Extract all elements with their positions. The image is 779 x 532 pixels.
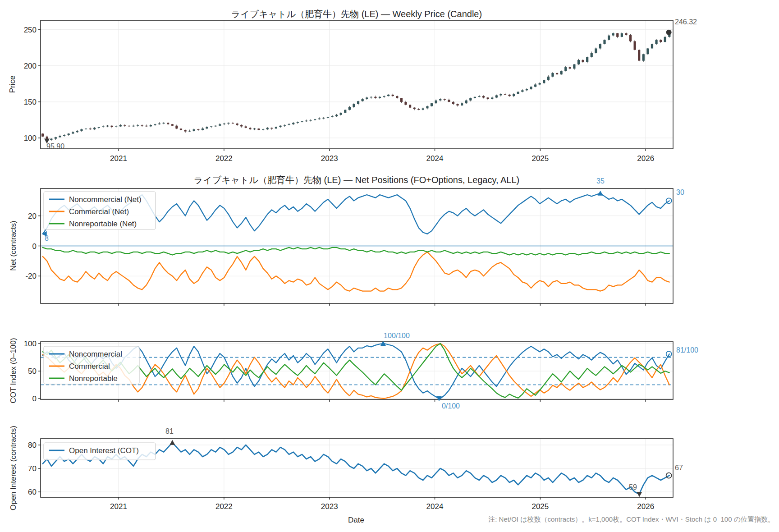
price-ytick-label: 200 <box>24 62 37 70</box>
net-ytick-label: -20 <box>25 272 37 280</box>
net-legend-label: Commercial (Net) <box>69 207 129 216</box>
net-panel-title: ライブキャトル（肥育牛）先物 (LE) — Net Positions (FO+… <box>194 174 520 186</box>
net-legend-label: Noncommercial (Net) <box>69 195 142 204</box>
price-frame <box>41 20 673 149</box>
price-xtick-label: 2026 <box>637 154 654 163</box>
x-axis-label-date: Date <box>348 516 364 525</box>
oi-ytick-label: 70 <box>28 464 37 473</box>
cot-ytick-label: 0 <box>32 394 37 403</box>
annotation-text-100/100: 100/100 <box>384 332 410 339</box>
cot-y-axis-label: COT Index (0–100) <box>9 338 18 403</box>
price-xtick-label: 2021 <box>110 154 127 163</box>
oi-xtick-label: 2025 <box>532 502 549 511</box>
price-xtick-label: 2023 <box>321 154 338 163</box>
annotation-text-59: 59 <box>629 483 637 491</box>
net-ytick-label: 20 <box>28 212 37 220</box>
cot-legend-label: Noncommercial <box>69 350 122 358</box>
annotation-marker-35 <box>598 191 603 196</box>
annotation-text-81/100: 81/100 <box>676 346 698 354</box>
annotation-text-35: 35 <box>596 177 605 185</box>
oi-xtick-label: 2024 <box>426 502 444 511</box>
annotation-marker-246.32 <box>666 30 672 35</box>
annotation-marker-81 <box>170 440 175 445</box>
cot-legend-label: Commercial <box>69 362 110 371</box>
annotation-text-30: 30 <box>676 188 684 196</box>
net-ytick-label: 0 <box>32 242 37 251</box>
cot-legend-label: Nonreportable <box>69 374 118 383</box>
annotation-marker-59 <box>637 492 642 497</box>
net-series-commercial-net- <box>43 252 669 291</box>
charts-canvas: 10015020025020212022202320242025202695.9… <box>0 0 779 532</box>
annotation-text-246.32: 246.32 <box>675 18 697 26</box>
oi-xtick-label: 2022 <box>215 502 233 511</box>
annotation-text-8: 8 <box>45 234 49 242</box>
price-candles <box>41 32 670 141</box>
oi-ytick-label: 60 <box>28 488 37 496</box>
oi-xtick-label: 2021 <box>110 502 127 511</box>
annotation-text-67: 67 <box>675 464 683 472</box>
annotation-text-81: 81 <box>165 427 174 435</box>
price-panel-title: ライブキャトル（肥育牛）先物 (LE) — Weekly Price (Cand… <box>231 8 482 20</box>
price-ytick-label: 150 <box>24 98 37 106</box>
oi-xtick-label: 2023 <box>321 502 338 511</box>
price-xtick-label: 2024 <box>426 154 444 163</box>
net-series-nonreportable-net- <box>43 248 669 255</box>
price-y-axis-label: Price <box>8 76 17 93</box>
oi-xtick-label: 2026 <box>637 502 654 511</box>
cot-ytick-label: 100 <box>24 339 37 348</box>
figure: 10015020025020212022202320242025202695.9… <box>0 0 779 532</box>
net-legend-label: Nonreportable (Net) <box>69 220 137 228</box>
annotation-text-95.90: 95.90 <box>46 142 64 150</box>
price-ytick-label: 100 <box>24 134 37 142</box>
annotation-text-0/100: 0/100 <box>442 402 460 410</box>
net-y-axis-label: Net (contracts) <box>9 220 18 271</box>
price-xtick-label: 2025 <box>532 154 549 163</box>
footnote: 注: Net/OI は枚数（contracts）。k=1,000枚。COT In… <box>488 515 774 524</box>
price-xtick-label: 2022 <box>215 154 233 163</box>
oi-ytick-label: 80 <box>28 441 37 449</box>
oi-legend-label: Open Interest (COT) <box>69 446 139 455</box>
oi-y-axis-label: Open Interest (contracts) <box>9 426 18 510</box>
price-ytick-label: 250 <box>24 26 37 34</box>
cot-ytick-label: 50 <box>28 367 37 376</box>
